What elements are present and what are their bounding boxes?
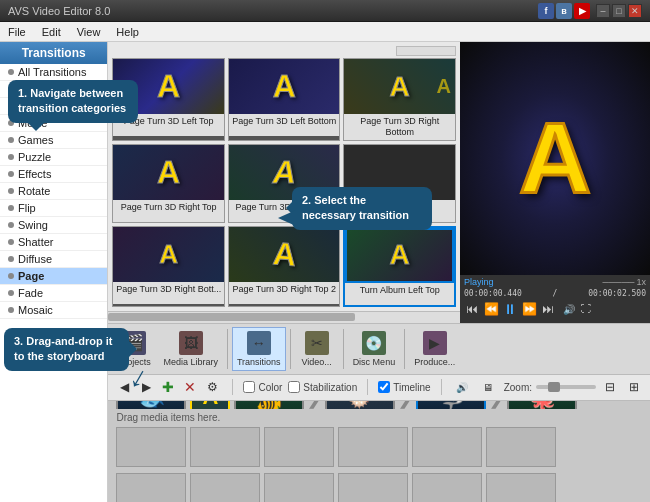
transition-flip[interactable]: Flip [0,200,107,217]
next-btn[interactable]: ⏭ [540,302,556,316]
color-label: Color [258,382,282,393]
disc-menu-btn[interactable]: 💿 Disc Menu [348,327,401,371]
minimize-btn[interactable]: – [596,4,610,18]
transition-fade[interactable]: Fade [0,285,107,302]
social-vk-icon[interactable]: в [556,3,572,19]
transition-shatter[interactable]: Shatter [0,234,107,251]
video-editor-btn[interactable]: ✂ Video... [295,327,339,371]
thumb-page-turn-3d-right-top[interactable]: A Page Turn 3D Right Top [112,144,225,223]
step-back-btn[interactable]: ⏪ [483,302,499,316]
transitions-label: Transitions [237,357,281,367]
empty-slot-8[interactable] [190,473,260,502]
menu-edit[interactable]: Edit [38,26,65,38]
transition-games[interactable]: Games [0,132,107,149]
zoom-slider[interactable] [536,385,596,389]
produce-btn[interactable]: ▶ Produce... [409,327,460,371]
empty-slot-7[interactable] [116,473,186,502]
story-diving01[interactable]: 🐟 Diving01 [116,401,186,409]
thumbnails-grid: A Page Turn 3D Left Top A Page Turn 3D L… [108,42,460,311]
transition-list: All Transitions Enhanced Transform Movie… [0,64,107,502]
transition-swing[interactable]: Swing [0,217,107,234]
empty-slot-11[interactable] [412,473,482,502]
social-yt-icon[interactable]: ▶ [574,3,590,19]
stabilization-check: Stabilization [288,381,357,393]
transition-effects[interactable]: Effects [0,166,107,183]
toolbar-sep-3 [343,329,344,369]
preview-controls: Playing ───── 1x 00:00:00.440 / 00:00:02… [460,275,650,323]
play-btn[interactable]: ⏸ [502,301,518,317]
story-diving04[interactable]: 🐡 Diving04 [325,401,395,409]
toolbar-sep-1 [227,329,228,369]
empty-slot-10[interactable] [338,473,408,502]
add-btn[interactable]: ✚ [158,377,178,397]
thumb-grid: A Page Turn 3D Left Top A Page Turn 3D L… [112,58,456,307]
fullscreen-btn[interactable]: ⛶ [578,303,594,314]
zoom-label: Zoom: [504,382,532,393]
preview-status: Playing [464,277,494,287]
empty-slot-3[interactable] [264,427,334,467]
thumb-page-turn-3d-left-bottom[interactable]: A Page Turn 3D Left Bottom [228,58,341,141]
storyboard-row: 🐟 Diving01 A [108,401,650,409]
thumbnails-panel: A Page Turn 3D Left Top A Page Turn 3D L… [108,42,460,323]
menu-view[interactable]: View [73,26,105,38]
story-diving06[interactable]: 🐙 Diving06 [507,401,577,409]
main-toolbar: 🎬 Projects 🖼 Media Library ↔ Transitions… [108,323,650,375]
prev-btn[interactable]: ⏮ [464,302,480,316]
social-fb-icon[interactable]: f [538,3,554,19]
empty-slot-12[interactable] [486,473,556,502]
story-diving05[interactable]: 🦈 Diving05 [416,401,486,409]
display-btn[interactable]: 🖥 [478,377,498,397]
menu-file[interactable]: File [4,26,30,38]
audio-btn[interactable]: 🔊 [452,377,472,397]
close-btn[interactable]: ✕ [628,4,642,18]
thumb-page-turn-3d-right-bottom[interactable]: A A Page Turn 3D Right Bottom [343,58,456,141]
zoom-out-btn[interactable]: ⊟ [600,377,620,397]
media-library-label: Media Library [163,357,218,367]
transition-page[interactable]: Page [0,268,107,285]
transition-mosaic[interactable]: Mosaic [0,302,107,319]
toolbar2-sep-1 [232,379,233,395]
color-check: Color [243,381,282,393]
empty-slot-2[interactable] [190,427,260,467]
trans-thumb: A [190,401,230,409]
transition-diffuse[interactable]: Diffuse [0,251,107,268]
trans-diving01-02[interactable]: A [190,401,230,409]
drag-label-row: Drag media items here. [108,409,650,425]
panel-header: Transitions [0,42,107,64]
arrow-3: ❯ [488,401,505,409]
arrow-1: ❯ [306,401,323,409]
media-library-btn[interactable]: 🖼 Media Library [158,327,223,371]
story-diving03[interactable]: 🐠 [234,401,304,409]
empty-slot-1[interactable] [116,427,186,467]
transition-rotate[interactable]: Rotate [0,183,107,200]
transitions-btn[interactable]: ↔ Transitions [232,327,286,371]
thumb-turn-album-left-top[interactable]: A Turn Album Left Top [343,226,456,307]
empty-slot-5[interactable] [412,427,482,467]
timeline-checkbox[interactable] [378,381,390,393]
zoom-control: Zoom: ⊟ ⊞ [504,377,644,397]
empty-slots-row-2 [108,471,650,502]
transition-puzzle[interactable]: Puzzle [0,149,107,166]
menu-help[interactable]: Help [112,26,143,38]
diving06-thumb: 🐙 [507,401,577,409]
volume-btn[interactable]: 🔊 [563,304,575,315]
step-fwd-btn[interactable]: ⏩ [521,302,537,316]
color-checkbox[interactable] [243,381,255,393]
empty-slot-4[interactable] [338,427,408,467]
maximize-btn[interactable]: □ [612,4,626,18]
thumbnails-scrollbar[interactable] [108,311,460,323]
thumb-page-turn-3d-right-bott[interactable]: A Page Turn 3D Right Bott... [112,226,225,307]
settings-btn[interactable]: ⚙ [202,377,222,397]
empty-slot-9[interactable] [264,473,334,502]
transition-all[interactable]: All Transitions [0,64,107,81]
toolbar2-sep-3 [441,379,442,395]
app-title: AVS Video Editor 8.0 [8,5,110,17]
empty-slot-6[interactable] [486,427,556,467]
time-total: 00:00:02.500 [588,289,646,298]
storyboard: 🐟 Diving01 A [108,401,650,502]
thumb-page-turn-3d-right-top-2[interactable]: A Page Turn 3D Right Top 2 [228,226,341,307]
zoom-in-btn[interactable]: ⊞ [624,377,644,397]
delete-btn[interactable]: ✕ [180,377,200,397]
stabilization-checkbox[interactable] [288,381,300,393]
toolbar-sep-2 [290,329,291,369]
